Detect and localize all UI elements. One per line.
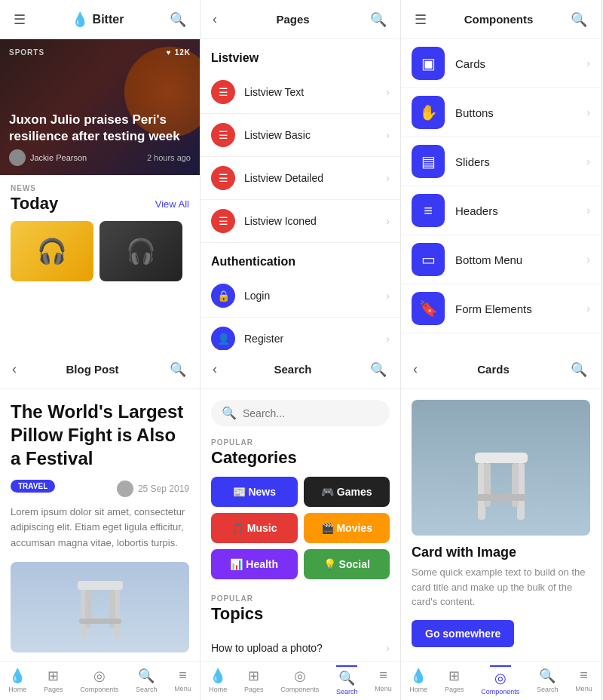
topics-title: Topics: [211, 604, 390, 624]
menu-icon[interactable]: ☰: [413, 10, 428, 29]
listview-basic-label: Listview Basic: [244, 129, 311, 141]
bottom-menu-label: Bottom Menu: [455, 253, 522, 266]
register-label: Register: [244, 333, 283, 345]
back-button[interactable]: ‹: [12, 361, 17, 377]
comp-sliders[interactable]: ▤ Sliders ›: [401, 137, 601, 186]
search-icon[interactable]: 🔍: [168, 10, 188, 29]
panel6: ‹ Cards 🔍 Card with Image Some quick exa…: [401, 350, 601, 700]
thumb-headphones-dark[interactable]: 🎧: [99, 221, 182, 281]
cat-news-btn[interactable]: 📰 News: [211, 477, 298, 507]
headers-label: Headers: [455, 204, 498, 217]
blog-date: 25 Sep 2019: [138, 484, 189, 494]
cat-social-btn[interactable]: 💡 Social: [304, 549, 390, 579]
thumb-headphones-yellow[interactable]: 🎧: [11, 221, 93, 281]
comp-bottom-menu[interactable]: ▭ Bottom Menu ›: [401, 235, 601, 284]
list-item-listview-detailed[interactable]: ☰ Listview Detailed ›: [200, 157, 400, 200]
nav-components[interactable]: ◎ Components: [481, 665, 519, 695]
nav-home[interactable]: 💧Home: [209, 668, 227, 693]
nav-menu[interactable]: ≡Menu: [174, 668, 191, 692]
search-bar[interactable]: 🔍: [211, 400, 390, 426]
headphone-dark-icon: 🎧: [126, 237, 156, 266]
app-name: Bitter: [93, 13, 124, 26]
cat-health-btn[interactable]: 📊 Health: [211, 549, 298, 579]
cat-games-btn[interactable]: 🎮 Games: [304, 477, 390, 507]
comp-buttons[interactable]: ✋ Buttons ›: [401, 88, 601, 137]
listview-text-label: Listview Text: [244, 86, 304, 98]
nav-search[interactable]: 🔍 Search: [336, 665, 358, 695]
panel4-content: The World's Largest Pillow Fight is Also…: [0, 389, 200, 661]
nav-menu[interactable]: ≡Menu: [375, 668, 392, 692]
search-icon[interactable]: 🔍: [569, 360, 589, 379]
auth-section-title: Authentication: [200, 243, 400, 275]
listview-detailed-label: Listview Detailed: [244, 172, 323, 184]
nav-menu[interactable]: ≡Menu: [575, 668, 592, 692]
listview-text-icon: ☰: [211, 80, 235, 104]
search-icon[interactable]: 🔍: [369, 360, 388, 379]
search-input[interactable]: [243, 407, 379, 419]
register-icon: 👤: [211, 327, 235, 351]
chevron-icon: ›: [386, 129, 390, 141]
svg-rect-6: [475, 453, 528, 463]
categories-title: Categories: [211, 448, 390, 468]
list-item-listview-basic[interactable]: ☰ Listview Basic ›: [200, 114, 400, 157]
hero-likes: ♥ 12K: [167, 48, 191, 57]
nav-home[interactable]: 💧Home: [409, 668, 427, 693]
login-icon: 🔒: [211, 284, 235, 308]
form-elements-label: Form Elements: [455, 302, 532, 315]
comp-headers[interactable]: ≡ Headers ›: [401, 186, 601, 235]
chevron-icon: ›: [586, 106, 590, 118]
chevron-icon: ›: [386, 215, 390, 227]
list-item-listview-iconed[interactable]: ☰ Listview Iconed ›: [200, 200, 400, 243]
search-icon[interactable]: 🔍: [168, 360, 188, 379]
svg-rect-0: [78, 581, 123, 590]
view-all-link[interactable]: View All: [155, 198, 189, 210]
nav-search[interactable]: 🔍Search: [537, 668, 559, 693]
app-logo: 💧 Bitter: [72, 11, 124, 28]
panel5-bottom-nav: 💧Home ⊞Pages ◎Components 🔍 Search ≡Menu: [200, 661, 400, 700]
go-somewhere-button[interactable]: Go somewhere: [412, 620, 514, 647]
nav-components[interactable]: ◎Components: [80, 668, 118, 693]
nav-pages[interactable]: ⊞Pages: [445, 668, 464, 693]
comp-cards[interactable]: ▣ Cards ›: [401, 39, 601, 88]
chevron-icon: ›: [386, 172, 390, 184]
list-item-listview-text[interactable]: ☰ Listview Text ›: [200, 71, 400, 114]
listview-iconed-label: Listview Iconed: [244, 215, 317, 227]
author-avatar: [9, 149, 26, 166]
panel4-bottom-nav: 💧Home ⊞Pages ◎Components 🔍Search ≡Menu: [0, 661, 200, 700]
cat-music-btn[interactable]: 🎵 Music: [211, 513, 298, 543]
nav-search[interactable]: 🔍Search: [136, 668, 158, 693]
search-icon[interactable]: 🔍: [369, 10, 388, 29]
hero-tag: SPORTS ♥ 12K: [9, 48, 191, 57]
nav-pages[interactable]: ⊞Pages: [244, 668, 264, 693]
listview-detailed-icon: ☰: [211, 166, 235, 190]
news-section: NEWS Today View All 🎧 🎧: [0, 175, 200, 287]
cat-movies-btn[interactable]: 🎬 Movies: [304, 513, 390, 543]
back-button[interactable]: ‹: [413, 361, 418, 377]
topic-item[interactable]: How to upload a photo? ›: [211, 633, 390, 661]
back-button[interactable]: ‹: [213, 11, 217, 27]
search-icon[interactable]: 🔍: [569, 10, 589, 29]
list-item-login[interactable]: 🔒 Login ›: [200, 275, 400, 318]
popular-label: POPULAR: [211, 438, 390, 447]
search-magnify-icon: 🔍: [222, 406, 237, 420]
panel1-header: ☰ 💧 Bitter 🔍: [0, 0, 200, 39]
news-label: NEWS: [11, 184, 189, 192]
panel6-content: Card with Image Some quick example text …: [401, 389, 601, 661]
pages-title: Pages: [276, 13, 309, 26]
chevron-icon: ›: [586, 57, 590, 69]
blog-post-title: Blog Post: [66, 363, 119, 376]
card-desc: Some quick example text to build on the …: [412, 565, 590, 609]
card-image: [412, 400, 590, 536]
blog-body: Lorem ipsum dolor sit amet, consectetur …: [11, 505, 189, 551]
sliders-icon: ▤: [412, 145, 445, 178]
hero-article[interactable]: SPORTS ♥ 12K Juxon Julio praises Peri's …: [0, 39, 200, 175]
panel6-bottom-nav: 💧Home ⊞Pages ◎ Components 🔍Search ≡Menu: [401, 661, 601, 700]
nav-pages[interactable]: ⊞Pages: [44, 668, 63, 693]
buttons-icon: ✋: [412, 96, 445, 129]
comp-form-elements[interactable]: 🔖 Form Elements ›: [401, 284, 601, 333]
nav-components[interactable]: ◎Components: [280, 668, 319, 693]
nav-home[interactable]: 💧Home: [8, 668, 26, 693]
svg-rect-11: [476, 494, 526, 501]
menu-icon[interactable]: ☰: [12, 10, 27, 29]
back-button[interactable]: ‹: [213, 361, 217, 377]
